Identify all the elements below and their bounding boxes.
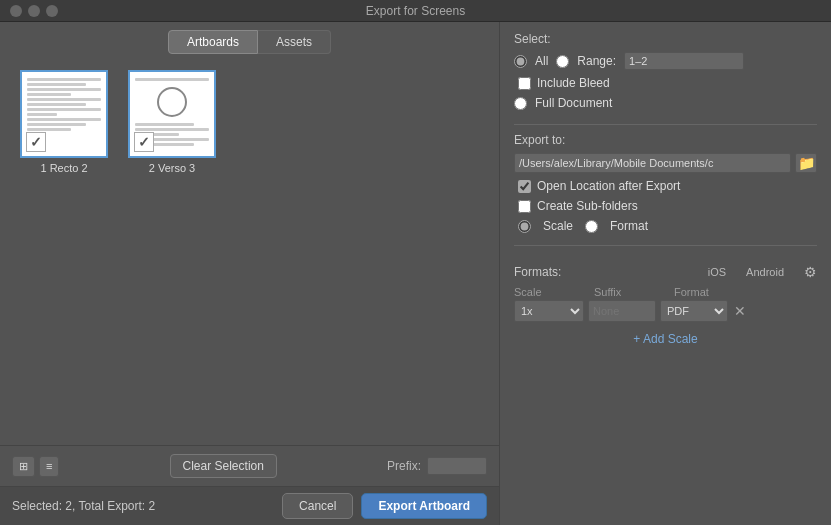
doc-circle bbox=[157, 87, 187, 117]
range-radio[interactable] bbox=[556, 55, 569, 68]
create-subfolders-label: Create Sub-folders bbox=[537, 199, 638, 213]
scale-radio-label: Scale bbox=[543, 219, 573, 233]
window-controls[interactable] bbox=[10, 5, 58, 17]
action-buttons: Cancel Export Artboard bbox=[282, 493, 487, 519]
status-bar: Selected: 2, Total Export: 2 Cancel Expo… bbox=[0, 486, 499, 525]
list-view-btn[interactable]: ≡ bbox=[39, 456, 59, 477]
open-location-label: Open Location after Export bbox=[537, 179, 680, 193]
android-label: Android bbox=[746, 266, 784, 278]
include-bleed-label: Include Bleed bbox=[537, 76, 610, 90]
create-subfolders-row: Create Sub-folders bbox=[518, 199, 817, 213]
range-label: Range: bbox=[577, 54, 616, 68]
full-document-row: Full Document bbox=[514, 96, 817, 110]
view-buttons: ⊞ ≡ bbox=[12, 456, 59, 477]
artboard-label-2: 2 Verso 3 bbox=[149, 162, 196, 174]
prefix-label: Prefix: bbox=[387, 459, 421, 473]
artboard-thumb-1[interactable] bbox=[20, 70, 108, 158]
col-suffix-header: Suffix bbox=[594, 286, 674, 298]
all-radio[interactable] bbox=[514, 55, 527, 68]
include-bleed-row: Include Bleed bbox=[518, 76, 817, 90]
tabs-row: Artboards Assets bbox=[0, 22, 499, 60]
doc-line bbox=[27, 118, 101, 121]
window-title: Export for Screens bbox=[366, 4, 465, 18]
status-text: Selected: 2, Total Export: 2 bbox=[12, 499, 155, 513]
right-panel: Select: All Range: Include Bleed Full Do… bbox=[500, 22, 831, 525]
doc-line bbox=[27, 98, 101, 101]
format-radio-label: Format bbox=[610, 219, 648, 233]
ios-label: iOS bbox=[708, 266, 726, 278]
export-path-input[interactable] bbox=[514, 153, 791, 173]
all-range-row: All Range: bbox=[514, 52, 817, 70]
minimize-btn[interactable] bbox=[28, 5, 40, 17]
doc-line bbox=[27, 123, 86, 126]
browse-folder-button[interactable]: 📁 bbox=[795, 153, 817, 173]
doc-line bbox=[27, 83, 86, 86]
add-scale-button[interactable]: + Add Scale bbox=[514, 328, 817, 350]
artboard-check-2[interactable] bbox=[134, 132, 154, 152]
scale-select[interactable]: 1x 2x 3x bbox=[514, 300, 584, 322]
suffix-input[interactable] bbox=[588, 300, 656, 322]
divider-1 bbox=[514, 124, 817, 125]
range-input[interactable] bbox=[624, 52, 744, 70]
col-scale-header: Scale bbox=[514, 286, 594, 298]
scale-format-row: Scale Format bbox=[518, 219, 817, 233]
export-button[interactable]: Export Artboard bbox=[361, 493, 487, 519]
close-btn[interactable] bbox=[10, 5, 22, 17]
artboard-item-1[interactable]: 1 Recto 2 bbox=[20, 70, 108, 435]
main-content: Artboards Assets bbox=[0, 22, 831, 525]
grid-view-btn[interactable]: ⊞ bbox=[12, 456, 35, 477]
formats-label: Formats: bbox=[514, 265, 561, 279]
all-label: All bbox=[535, 54, 548, 68]
formats-header: Formats: iOS Android ⚙ bbox=[514, 264, 817, 280]
doc-line bbox=[27, 113, 57, 116]
bottom-bar: ⊞ ≡ Clear Selection Prefix: bbox=[0, 445, 499, 486]
prefix-row: Prefix: bbox=[387, 457, 487, 475]
export-path-row: 📁 bbox=[514, 153, 817, 173]
remove-format-button[interactable]: ✕ bbox=[732, 303, 748, 319]
formats-settings-button[interactable]: ⚙ bbox=[804, 264, 817, 280]
fullscreen-btn[interactable] bbox=[46, 5, 58, 17]
full-document-radio[interactable] bbox=[514, 97, 527, 110]
tab-artboards[interactable]: Artboards bbox=[168, 30, 258, 54]
export-to-label: Export to: bbox=[514, 133, 817, 147]
open-location-checkbox[interactable] bbox=[518, 180, 531, 193]
artboard-thumb-2[interactable] bbox=[128, 70, 216, 158]
full-document-label: Full Document bbox=[535, 96, 612, 110]
clear-selection-button[interactable]: Clear Selection bbox=[170, 454, 277, 478]
ios-android-row: iOS Android ⚙ bbox=[708, 264, 817, 280]
tab-assets[interactable]: Assets bbox=[258, 30, 331, 54]
doc-line bbox=[27, 108, 101, 111]
doc-line bbox=[27, 78, 101, 81]
cancel-button[interactable]: Cancel bbox=[282, 493, 353, 519]
format-radio[interactable] bbox=[585, 220, 598, 233]
scale-radio[interactable] bbox=[518, 220, 531, 233]
doc-line bbox=[27, 93, 71, 96]
prefix-input[interactable] bbox=[427, 457, 487, 475]
format-select[interactable]: PDF PNG JPEG SVG bbox=[660, 300, 728, 322]
create-subfolders-checkbox[interactable] bbox=[518, 200, 531, 213]
artboard-label-1: 1 Recto 2 bbox=[40, 162, 87, 174]
doc-line bbox=[135, 78, 209, 81]
include-bleed-checkbox[interactable] bbox=[518, 77, 531, 90]
title-bar: Export for Screens bbox=[0, 0, 831, 22]
artboard-item-2[interactable]: 2 Verso 3 bbox=[128, 70, 216, 435]
doc-line bbox=[135, 123, 194, 126]
select-label: Select: bbox=[514, 32, 817, 46]
artboards-area: 1 Recto 2 bbox=[0, 60, 499, 445]
formats-subheader: Scale Suffix Format bbox=[514, 284, 817, 300]
col-format-header: Format bbox=[674, 286, 817, 298]
open-location-row: Open Location after Export bbox=[518, 179, 817, 193]
artboard-check-1[interactable] bbox=[26, 132, 46, 152]
format-row-1: 1x 2x 3x PDF PNG JPEG SVG ✕ bbox=[514, 300, 817, 322]
doc-line bbox=[27, 128, 71, 131]
doc-line bbox=[27, 103, 86, 106]
doc-line bbox=[135, 128, 209, 131]
folder-icon: 📁 bbox=[798, 155, 815, 171]
divider-2 bbox=[514, 245, 817, 246]
doc-line bbox=[27, 88, 101, 91]
left-panel: Artboards Assets bbox=[0, 22, 500, 525]
